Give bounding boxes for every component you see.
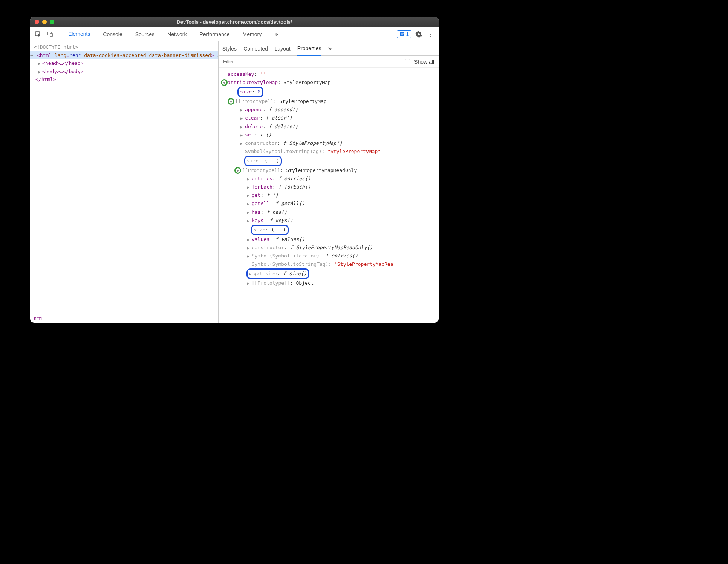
more-tabs-icon[interactable]: » [269,27,283,41]
prop-get[interactable]: ▶get: f () [219,191,439,199]
dom-tree[interactable]: <!DOCTYPE html> <html lang="en" data-coo… [30,41,218,314]
content-area: <!DOCTYPE html> <html lang="en" data-coo… [30,41,439,323]
prop-append[interactable]: ▶append: f append() [219,106,439,114]
stab-properties[interactable]: Properties [297,41,321,56]
filter-row: Show all [219,56,439,68]
doctype-line[interactable]: <!DOCTYPE html> [30,43,218,51]
more-stabs-icon[interactable]: » [328,41,332,56]
highlight-box: size: (...) [251,225,289,235]
tab-network[interactable]: Network [162,27,192,41]
sidebar-panel: Styles Computed Layout Properties » Show… [219,41,439,323]
breadcrumb[interactable]: html [30,314,218,323]
issues-badge[interactable]: 1 [397,30,411,38]
stab-computed[interactable]: Computed [243,41,268,56]
prop-get-size[interactable]: ▶get size: f size() [219,268,439,279]
prop-has[interactable]: ▶has: f has() [219,208,439,216]
properties-tree[interactable]: accessKey: "" ▼ attributeStyleMap: Style… [219,68,439,323]
stab-styles[interactable]: Styles [222,41,237,56]
prop-constructor-2[interactable]: ▶constructor: f StylePropertyMapReadOnly… [219,244,439,252]
devtools-window: DevTools - developer.chrome.com/docs/dev… [30,17,439,323]
prop-size-ellipsis-1[interactable]: size: (...) [219,156,439,166]
prop-symbol-tostringtag-1[interactable]: Symbol(Symbol.toStringTag): "StyleProper… [219,147,439,156]
prop-prototype-1[interactable]: ▼ [[Prototype]]: StylePropertyMap [219,97,439,106]
prop-values[interactable]: ▶values: f values() [219,235,439,244]
prop-clear[interactable]: ▶clear: f clear() [219,114,439,122]
titlebar: DevTools - developer.chrome.com/docs/dev… [30,17,439,27]
prop-size-ellipsis-2[interactable]: size: (...) [219,225,439,235]
tab-sources[interactable]: Sources [130,27,160,41]
prop-set[interactable]: ▶set: f () [219,131,439,139]
highlight-circle-icon: ▼ [221,79,228,86]
stab-layout[interactable]: Layout [275,41,291,56]
prop-getall[interactable]: ▶getAll: f getAll() [219,199,439,208]
prop-delete[interactable]: ▶delete: f delete() [219,123,439,131]
html-element-line[interactable]: <html lang="en" data-cookies-accepted da… [30,51,218,60]
issues-count: 1 [406,31,409,37]
highlight-box: size: 0 [237,87,263,97]
prop-foreach[interactable]: ▶forEach: f forEach() [219,183,439,191]
prop-keys[interactable]: ▶keys: f keys() [219,216,439,225]
prop-prototype-3[interactable]: ▶[[Prototype]]: Object [219,279,439,287]
tab-console[interactable]: Console [98,27,127,41]
highlight-circle-icon: ▼ [234,167,241,174]
kebab-icon[interactable]: ⋮ [426,29,436,39]
sidebar-tabs: Styles Computed Layout Properties » [219,41,439,56]
prop-size-0[interactable]: size: 0 [219,87,439,97]
tab-performance[interactable]: Performance [194,27,235,41]
prop-constructor-1[interactable]: ▶constructor: f StylePropertyMap() [219,139,439,147]
prop-symbol-iterator[interactable]: ▶Symbol(Symbol.iterator): f entries() [219,252,439,260]
tab-elements[interactable]: Elements [63,27,95,41]
device-toggle-icon[interactable] [45,29,55,39]
inspect-icon[interactable] [33,29,43,39]
separator [59,30,59,38]
prop-entries[interactable]: ▶entries: f entries() [219,175,439,183]
filter-input[interactable] [223,59,401,64]
showall-checkbox[interactable] [405,59,410,64]
close-icon[interactable] [35,20,39,24]
highlight-box: ▶get size: f size() [246,268,309,279]
main-toolbar: Elements Console Sources Network Perform… [30,27,439,41]
showall-label: Show all [414,59,434,65]
minimize-icon[interactable] [42,20,47,24]
highlight-box: size: (...) [244,156,282,166]
tab-memory[interactable]: Memory [237,27,267,41]
svg-rect-2 [50,33,52,37]
prop-symbol-tostringtag-2[interactable]: Symbol(Symbol.toStringTag): "StyleProper… [219,260,439,268]
html-close-line[interactable]: </html> [30,75,218,84]
elements-panel: <!DOCTYPE html> <html lang="en" data-coo… [30,41,219,323]
maximize-icon[interactable] [50,20,54,24]
window-title: DevTools - developer.chrome.com/docs/dev… [30,19,439,25]
head-line[interactable]: ▶<head>…</head> [30,59,218,67]
prop-attributestylemap[interactable]: ▼ attributeStyleMap: StylePropertyMap [219,78,439,87]
gear-icon[interactable] [414,29,424,39]
prop-accesskey[interactable]: accessKey: "" [219,70,439,78]
body-line[interactable]: ▶<body>…</body> [30,67,218,76]
highlight-circle-icon: ▼ [228,98,234,105]
prop-prototype-2[interactable]: ▼ [[Prototype]]: StylePropertyMapReadOnl… [219,166,439,175]
traffic-lights [30,20,54,24]
